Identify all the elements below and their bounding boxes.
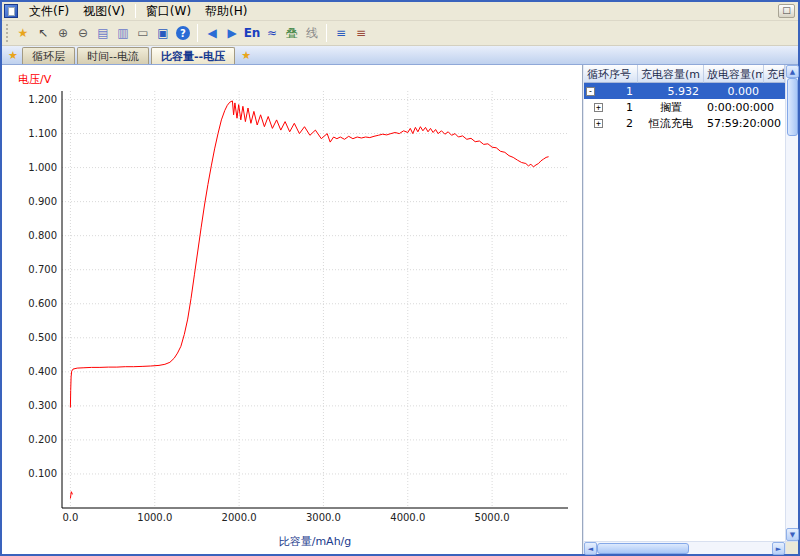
chart-canvas[interactable]: 0.1000.2000.3000.4000.5000.6000.7000.800… (2, 65, 582, 554)
y-tick-label: 0.100 (28, 468, 57, 479)
x-axis-title: 比容量/mAh/g (279, 535, 352, 548)
curve-style-icon: ≈ (267, 26, 277, 40)
report-button[interactable]: ▥ (113, 23, 133, 43)
report-icon: ▥ (117, 26, 128, 40)
cursor-tool-button[interactable]: ↖ (33, 23, 53, 43)
horizontal-scroll-track[interactable] (689, 542, 772, 554)
y-tick-label: 0.700 (28, 264, 57, 275)
x-tick-label: 5000.0 (475, 512, 510, 523)
tab-star-right-icon[interactable]: ★ (237, 47, 255, 64)
overlay-icon: 叠 (286, 25, 298, 42)
x-tick-label: 4000.0 (390, 512, 425, 523)
menu-item-0[interactable]: 文件(F) (22, 2, 76, 21)
collapse-toggle[interactable]: - (586, 87, 595, 96)
column-header-0[interactable]: 循环序号 (584, 65, 638, 83)
vertical-scrollbar[interactable]: ▲ ▼ (785, 65, 798, 554)
app-icon-page (8, 7, 15, 16)
menu-items: 文件(F)视图(V)窗口(W)帮助(H) (22, 2, 254, 21)
scrollbar-corner (786, 541, 798, 554)
index-value: 2 (626, 117, 638, 130)
menu-item-3[interactable]: 窗口(W) (139, 2, 198, 21)
tab-star-left-icon[interactable]: ★ (4, 47, 22, 64)
x-tick-label: 2000.0 (222, 512, 257, 523)
scroll-left-button[interactable]: ◄ (584, 542, 597, 555)
vertical-scroll-thumb[interactable] (787, 78, 798, 136)
save-icon: ▣ (157, 26, 168, 40)
step-list-icon: ≡ (356, 26, 366, 40)
curve-style-button[interactable]: ≈ (262, 23, 282, 43)
step-list-button[interactable]: ≡ (351, 23, 371, 43)
toolbar-grip[interactable] (6, 24, 9, 42)
x-tick-label: 3000.0 (306, 512, 341, 523)
menu-item-1[interactable]: 视图(V) (76, 2, 132, 21)
cell-3 (764, 91, 785, 92)
horizontal-scroll-thumb[interactable] (597, 543, 689, 554)
y-tick-label: 0.900 (28, 196, 57, 207)
index-value: 1 (626, 101, 638, 114)
mdi-restore-button[interactable]: □ (778, 4, 795, 18)
print-icon: ▭ (137, 26, 148, 40)
table-row[interactable]: +2恒流充电57:59:20:000 (584, 115, 785, 131)
data-list-button[interactable]: ≡ (331, 23, 351, 43)
expand-toggle[interactable]: + (594, 119, 603, 128)
cell-3 (764, 107, 785, 108)
help-icon: ? (176, 26, 190, 40)
table-row[interactable]: -15.9320.000 (584, 83, 785, 99)
save-button[interactable]: ▣ (153, 23, 173, 43)
language-en-icon: En (244, 26, 261, 40)
forward-button[interactable]: ▶ (222, 23, 242, 43)
copy-button[interactable]: ▤ (93, 23, 113, 43)
cycle-table-panel: 循环序号充电容量(m放电容量(m充电 -15.9320.000+1搁置0:00:… (583, 65, 785, 554)
y-tick-label: 1.200 (28, 94, 57, 105)
x-tick-label: 1000.0 (137, 512, 172, 523)
table-body: -15.9320.000+1搁置0:00:00:000+2恒流充电57:59:2… (584, 83, 785, 131)
cell-2: 0:00:00:000 (704, 100, 764, 114)
toolbar: ★↖⊕⊖▤▥▭▣?◀▶En≈叠线≡≡ (2, 21, 798, 46)
table-header: 循环序号充电容量(m放电容量(m充电 (584, 65, 785, 83)
y-axis-title: 电压/V (18, 73, 52, 86)
table-row[interactable]: +1搁置0:00:00:000 (584, 99, 785, 115)
tab-cycle-layer[interactable]: 循环层 (22, 47, 75, 64)
language-en-button[interactable]: En (242, 23, 262, 43)
zoom-in-button[interactable]: ⊕ (53, 23, 73, 43)
column-header-3[interactable]: 充电 (764, 65, 785, 83)
y-tick-label: 0.500 (28, 332, 57, 343)
line-mode-button[interactable]: 线 (302, 23, 322, 43)
cell-index: +2 (584, 116, 638, 130)
cell-index: +1 (584, 100, 638, 114)
toolbar-separator (197, 24, 198, 42)
x-tick-label: 0.0 (62, 512, 78, 523)
cell-index: -1 (584, 84, 638, 98)
zoom-out-button[interactable]: ⊖ (73, 23, 93, 43)
help-button[interactable]: ? (173, 23, 193, 43)
y-tick-label: 0.300 (28, 400, 57, 411)
overlay-button[interactable]: 叠 (282, 23, 302, 43)
column-header-2[interactable]: 放电容量(m (704, 65, 764, 83)
app-icon[interactable] (4, 4, 18, 18)
favorites-star-button[interactable]: ★ (13, 23, 33, 43)
tab-capacity-voltage[interactable]: 比容量--电压 (151, 47, 235, 64)
vertical-scroll-track[interactable] (786, 78, 798, 528)
scroll-right-button[interactable]: ► (772, 542, 785, 555)
voltage-curve (70, 101, 548, 408)
menu-item-4[interactable]: 帮助(H) (198, 2, 254, 21)
tab-items: 循环层时间--电流比容量--电压 (22, 47, 237, 64)
tab-time-current[interactable]: 时间--电流 (77, 47, 149, 64)
menubar-right: □ (778, 4, 795, 18)
print-button[interactable]: ▭ (133, 23, 153, 43)
column-header-1[interactable]: 充电容量(m (638, 65, 704, 83)
expand-toggle[interactable]: + (594, 103, 603, 112)
tab-bar: ★ 循环层时间--电流比容量--电压 ★ (2, 46, 798, 65)
copy-icon: ▤ (97, 26, 108, 40)
horizontal-scrollbar[interactable]: ◄ ► (584, 541, 785, 554)
back-icon: ◀ (207, 26, 216, 40)
forward-icon: ▶ (227, 26, 236, 40)
scroll-up-button[interactable]: ▲ (786, 65, 799, 78)
data-list-icon: ≡ (336, 26, 346, 40)
menu-bar: 文件(F)视图(V)窗口(W)帮助(H) □ (2, 2, 798, 21)
y-tick-label: 0.600 (28, 298, 57, 309)
zoom-in-icon: ⊕ (58, 26, 68, 40)
back-button[interactable]: ◀ (202, 23, 222, 43)
cursor-tool-icon: ↖ (38, 26, 48, 40)
scroll-down-button[interactable]: ▼ (786, 528, 799, 541)
